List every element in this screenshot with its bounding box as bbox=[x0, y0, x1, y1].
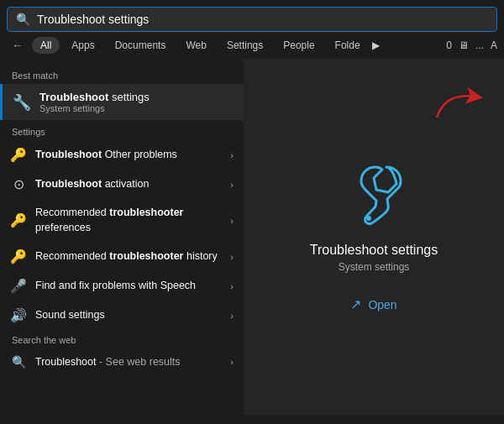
web-search-item[interactable]: 🔍 Troubleshoot - See web results › bbox=[0, 348, 244, 375]
best-match-subtitle: System settings bbox=[39, 103, 150, 113]
best-match-text: Troubleshoot settings System settings bbox=[39, 91, 150, 113]
tab-right-actions: 0 🖥 ... A bbox=[446, 39, 497, 51]
list-item-troubleshoot-activation[interactable]: ⊙ Troubleshoot activation › bbox=[0, 170, 244, 199]
web-label: Search the web bbox=[0, 330, 244, 348]
sound-icon: 🔊 bbox=[10, 307, 27, 323]
open-external-icon: ↗ bbox=[350, 296, 361, 312]
key-icon-3: 🔑 bbox=[10, 249, 27, 264]
web-chevron: › bbox=[230, 357, 234, 367]
item-text-3: Recommended troubleshooter preferences bbox=[35, 206, 222, 235]
tab-settings[interactable]: Settings bbox=[218, 37, 271, 54]
list-item-troubleshoot-other[interactable]: 🔑 Troubleshoot Other problems › bbox=[0, 140, 244, 170]
item-text-4: Recommended troubleshooter history bbox=[35, 249, 222, 264]
main-content: Best match 🔧 Troubleshoot settings Syste… bbox=[0, 59, 504, 416]
more-options[interactable]: ... bbox=[475, 39, 484, 51]
best-match-item[interactable]: 🔧 Troubleshoot settings System settings bbox=[0, 84, 244, 120]
wrench-large-icon bbox=[340, 159, 407, 226]
tab-play-button[interactable]: ▶ bbox=[372, 39, 380, 51]
right-panel: Troubleshoot settings System settings ↗ … bbox=[244, 59, 504, 416]
left-panel: Best match 🔧 Troubleshoot settings Syste… bbox=[0, 59, 244, 416]
open-button[interactable]: ↗ Open bbox=[350, 293, 396, 316]
right-subtitle: System settings bbox=[339, 261, 410, 273]
chevron-6: › bbox=[230, 311, 234, 321]
web-search-icon: 🔍 bbox=[10, 355, 27, 369]
item-text-2: Troubleshoot activation bbox=[35, 177, 222, 192]
settings-label: Settings bbox=[0, 122, 244, 140]
right-panel-icon bbox=[340, 159, 407, 229]
key-icon-2: 🔑 bbox=[10, 212, 27, 228]
svg-point-0 bbox=[366, 216, 371, 221]
item-bold-1: Troubleshoot bbox=[35, 149, 102, 160]
user-avatar[interactable]: A bbox=[491, 39, 497, 51]
item-bold-2: Troubleshoot bbox=[35, 178, 102, 190]
best-match-label: Best match bbox=[0, 65, 244, 84]
arrow-annotation bbox=[428, 84, 496, 126]
list-item-recommended-preferences[interactable]: 🔑 Recommended troubleshooter preferences… bbox=[0, 199, 244, 242]
tab-people[interactable]: People bbox=[275, 37, 323, 54]
web-search-text: Troubleshoot - See web results bbox=[35, 356, 181, 368]
best-match-title: Troubleshoot settings bbox=[39, 91, 150, 103]
wrench-icon: 🔧 bbox=[13, 93, 31, 112]
result-count: 0 bbox=[446, 39, 452, 51]
search-bar: 🔍 bbox=[7, 7, 497, 32]
back-button[interactable]: ← bbox=[7, 37, 29, 54]
chevron-3: › bbox=[230, 216, 234, 226]
chevron-5: › bbox=[230, 281, 234, 291]
open-label: Open bbox=[368, 298, 396, 311]
search-input[interactable] bbox=[37, 13, 488, 26]
list-item-speech[interactable]: 🎤 Find and fix problems with Speech › bbox=[0, 271, 244, 301]
see-web-text: - See web results bbox=[97, 356, 181, 368]
web-search-title: Troubleshoot bbox=[35, 356, 97, 368]
mic-icon: 🎤 bbox=[10, 278, 27, 294]
best-match-title-bold: Troubleshoot bbox=[39, 91, 108, 103]
tab-all[interactable]: All bbox=[32, 37, 60, 54]
search-icon: 🔍 bbox=[16, 13, 30, 26]
item-bold-4: troubleshooter bbox=[109, 250, 183, 262]
right-title: Troubleshoot settings bbox=[310, 243, 438, 258]
key-icon-1: 🔑 bbox=[10, 147, 27, 163]
chevron-2: › bbox=[230, 180, 234, 190]
tab-web[interactable]: Web bbox=[177, 37, 214, 54]
item-text-5: Find and fix problems with Speech bbox=[35, 279, 222, 294]
list-item-recommended-history[interactable]: 🔑 Recommended troubleshooter history › bbox=[0, 242, 244, 271]
tab-folde[interactable]: Folde bbox=[327, 37, 369, 54]
filter-tabs: ← All Apps Documents Web Settings People… bbox=[0, 32, 504, 59]
item-text-1: Troubleshoot Other problems bbox=[35, 148, 222, 163]
tray-icon: 🖥 bbox=[459, 39, 469, 51]
tab-apps[interactable]: Apps bbox=[63, 37, 102, 54]
item-text-6: Sound settings bbox=[35, 308, 222, 323]
list-item-sound[interactable]: 🔊 Sound settings › bbox=[0, 301, 244, 330]
item-bold-3: troubleshooter bbox=[109, 207, 183, 218]
tab-documents[interactable]: Documents bbox=[107, 37, 175, 54]
chevron-4: › bbox=[230, 252, 234, 262]
circle-icon: ⊙ bbox=[10, 176, 27, 192]
best-match-title-suffix: settings bbox=[108, 91, 149, 103]
chevron-1: › bbox=[230, 150, 234, 160]
